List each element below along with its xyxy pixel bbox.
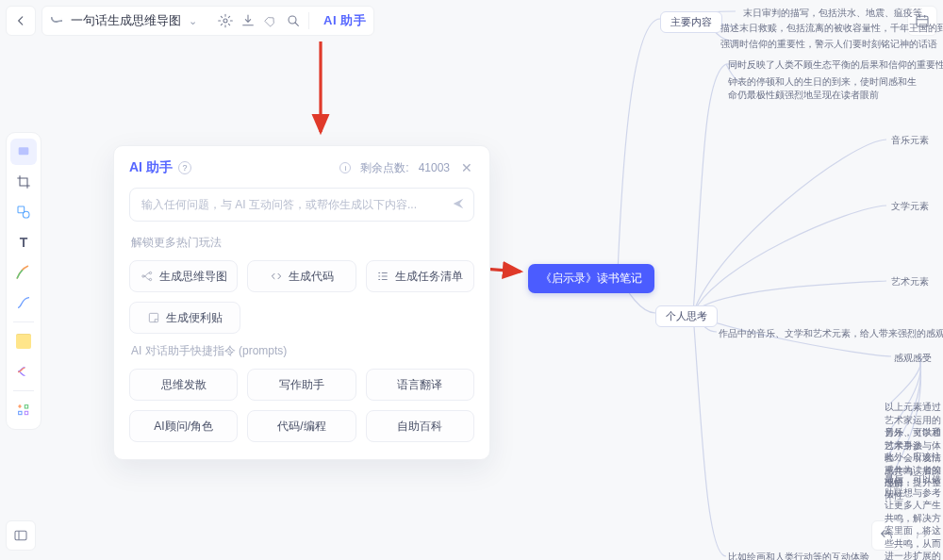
connector-tool[interactable] <box>10 289 37 316</box>
prompt-chip[interactable]: 写作助手 <box>247 369 356 401</box>
mindmap-icon <box>141 270 154 283</box>
mindmap-leaf[interactable]: 强调时信仰的重要性，警示人们要时刻铭记神的话语 <box>720 38 937 51</box>
mindmap-leaf[interactable]: 比如绘画和人类行动等的互动体验 <box>728 551 869 560</box>
checklist-icon <box>376 270 389 283</box>
prompt-chip[interactable]: 自助百科 <box>366 410 474 442</box>
mindmap-leaf[interactable]: 末日审判的描写，包括洪水、地震、瘟疫等 <box>743 7 922 20</box>
svg-point-5 <box>23 211 29 218</box>
close-button[interactable]: ✕ <box>459 160 474 175</box>
svg-rect-4 <box>18 206 25 213</box>
gen-code-button[interactable]: 生成代码 <box>247 260 356 292</box>
mindmap-leaf[interactable]: 描述末日救赎，包括流离的被收容量性，千年王国的到来等 <box>720 22 943 35</box>
svg-rect-6 <box>25 405 27 408</box>
ai-assistant-modal: AI 助手 ? i 剩余点数: 41003 ✕ 解锁更多热门玩法 生成思维导图 … <box>113 145 490 460</box>
send-icon <box>451 196 466 211</box>
plus-grid-icon <box>16 403 31 418</box>
layers-panel-button[interactable] <box>6 520 36 551</box>
credits-value: 41003 <box>419 161 450 174</box>
sticky-tool[interactable] <box>10 328 37 354</box>
panel-icon <box>13 528 28 543</box>
search-icon[interactable] <box>286 13 301 28</box>
help-icon[interactable]: ? <box>178 161 191 174</box>
ai-modal-title: AI 助手 <box>129 159 173 176</box>
note-icon <box>147 311 160 324</box>
gen-tasks-button[interactable]: 生成任务清单 <box>366 260 474 292</box>
settings-gear-icon[interactable] <box>218 13 233 28</box>
crop-icon <box>16 174 31 189</box>
curve-icon <box>16 295 31 310</box>
gen-mindmap-button[interactable]: 生成思维导图 <box>129 260 238 292</box>
svg-point-11 <box>149 272 151 273</box>
sync-status-icon <box>50 14 63 27</box>
gen-sticky-button[interactable]: 生成便利贴 <box>129 302 240 334</box>
text-tool[interactable]: T <box>10 229 37 255</box>
svg-point-0 <box>223 19 227 23</box>
mindmap-leaf[interactable]: 感观感受 <box>894 352 932 365</box>
left-toolbar: T <box>6 132 41 430</box>
svg-rect-8 <box>25 411 27 414</box>
top-toolbar: 一句话生成思维导图 ⌄ AI 助手 <box>6 6 374 36</box>
svg-rect-9 <box>15 531 26 539</box>
prompt-chip[interactable]: 语言翻译 <box>366 369 474 401</box>
svg-point-10 <box>141 275 143 277</box>
mindmap-leaf[interactable]: 艺术元素 <box>891 275 929 288</box>
mindmap-tool[interactable] <box>10 358 37 385</box>
svg-rect-7 <box>19 411 22 414</box>
tag-icon[interactable] <box>263 13 278 28</box>
mindmap-center-node[interactable]: 《启示录》读书笔记 <box>528 264 654 293</box>
sticky-note-icon <box>16 334 31 349</box>
ai-prompt-input[interactable] <box>141 198 451 211</box>
info-icon: i <box>339 162 351 173</box>
hot-features-label: 解锁更多热门玩法 <box>131 235 474 251</box>
download-icon[interactable] <box>240 13 256 28</box>
code-icon <box>270 270 283 283</box>
mindmap-leaf[interactable]: 音乐元素 <box>891 134 929 147</box>
text-icon: T <box>20 235 28 250</box>
ai-assistant-button[interactable]: AI 助手 <box>320 12 366 29</box>
select-tool[interactable] <box>10 139 37 165</box>
mindmap-leaf[interactable]: 文学元素 <box>891 200 929 213</box>
document-title-pill[interactable]: 一句话生成思维导图 ⌄ AI 助手 <box>41 6 374 36</box>
card-icon <box>16 144 31 159</box>
prompt-chip[interactable]: 思维发散 <box>129 369 238 401</box>
svg-rect-13 <box>149 313 157 321</box>
mindmap-leaf[interactable]: 最后，可以借助联想与参考让更多人产生共鸣，解决方案里面，将这些共鸣，从而进一步扩… <box>885 473 943 560</box>
prompt-chip[interactable]: AI顾问/角色 <box>129 410 238 442</box>
mindmap-node[interactable]: 主要内容 <box>660 11 722 33</box>
frame-tool[interactable] <box>10 169 37 195</box>
back-button[interactable] <box>6 6 36 36</box>
shape-tool[interactable] <box>10 199 37 225</box>
credits-label: 剩余点数: <box>360 160 408 176</box>
shapes-icon <box>16 205 31 220</box>
ai-input-wrapper <box>129 188 474 222</box>
branch-icon <box>15 363 32 380</box>
mindmap-leaf[interactable]: 同时反映了人类不顾生态平衡的后果和信仰的重要性 <box>728 58 943 72</box>
pencil-icon <box>15 264 32 281</box>
mindmap-node[interactable]: 个人思考 <box>655 305 718 327</box>
svg-rect-3 <box>19 147 29 155</box>
prompt-chip[interactable]: 代码/编程 <box>247 410 356 442</box>
chevron-down-icon: ⌄ <box>189 15 197 27</box>
document-title: 一句话生成思维导图 <box>71 12 181 29</box>
chevron-left-icon <box>14 14 27 27</box>
mindmap-leaf[interactable]: 钟表的停顿和人的生日的到来，使时间感和生命仍最极性颇强烈地呈现在读者眼前 <box>728 75 917 101</box>
send-button[interactable] <box>451 196 466 214</box>
add-more-tool[interactable] <box>10 397 37 423</box>
svg-point-12 <box>149 278 151 280</box>
mindmap-leaf[interactable]: 作品中的音乐、文学和艺术元素，给人带来强烈的感观感受 <box>719 327 943 340</box>
prompts-label: AI 对话助手快捷指令 (prompts) <box>131 343 474 359</box>
pen-tool[interactable] <box>10 259 37 286</box>
